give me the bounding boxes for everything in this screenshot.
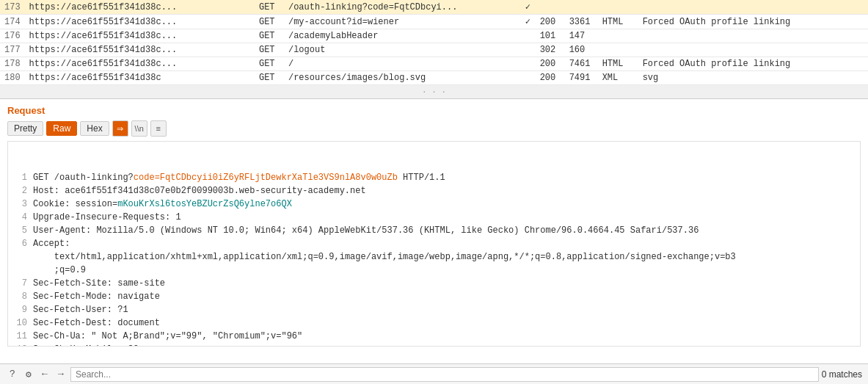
row-comment: svg: [638, 71, 868, 85]
row-id: 177: [0, 43, 25, 57]
line-content: Sec-Ch-Ua-Mobile: ?0: [33, 343, 856, 347]
line-part: User-Agent: Mozilla/5.0 (Windows NT 10.0…: [33, 225, 699, 236]
row-status: 302: [536, 43, 565, 57]
row-method: GET: [255, 15, 284, 29]
http-history-table: 173 https://ace61f551f341d38c... GET /oa…: [0, 0, 868, 99]
line-content: ;q=0.9: [33, 264, 856, 277]
line-part: Sec-Ch-Ua-Mobile: ?0: [33, 344, 139, 347]
row-check: ✓: [521, 15, 536, 29]
line-part: text/html,application/xhtml+xml,applicat…: [33, 252, 736, 262]
tab-raw[interactable]: Raw: [46, 121, 77, 136]
table-row[interactable]: 174 https://ace61f551f341d38c... GET /my…: [0, 15, 868, 29]
forward-tool-icon[interactable]: ⇒: [112, 120, 128, 137]
table-row[interactable]: 178 https://ace61f551f341d38c... GET / 2…: [0, 57, 868, 71]
row-id: 178: [0, 57, 25, 71]
request-line: 9Sec-Fetch-User: ?1: [12, 303, 856, 316]
line-number: [12, 264, 27, 277]
row-method: GET: [255, 43, 284, 57]
request-line: 6Accept:: [12, 237, 856, 250]
row-method: GET: [255, 71, 284, 85]
row-type: HTML: [598, 57, 638, 71]
row-type: XML: [598, 71, 638, 85]
line-number: 11: [12, 330, 27, 343]
request-line: 12Sec-Ch-Ua-Mobile: ?0: [12, 343, 856, 347]
row-method: GET: [255, 57, 284, 71]
row-comment: Forced OAuth profile linking: [638, 15, 868, 29]
row-method: GET: [255, 0, 284, 15]
line-content: Sec-Fetch-Mode: navigate: [33, 290, 856, 303]
table-row[interactable]: 176 https://ace61f551f341d38c... GET /ac…: [0, 29, 868, 43]
row-id: 174: [0, 15, 25, 29]
row-status: [536, 0, 565, 15]
line-content: Sec-Ch-Ua: " Not A;Brand";v="99", "Chrom…: [33, 330, 856, 343]
row-path: /resources/images/blog.svg: [284, 71, 521, 85]
row-method: GET: [255, 29, 284, 43]
request-table: 173 https://ace61f551f341d38c... GET /oa…: [0, 0, 868, 85]
table-row[interactable]: 177 https://ace61f551f341d38c... GET /lo…: [0, 43, 868, 57]
line-part: Upgrade-Insecure-Requests: 1: [33, 212, 181, 222]
request-toolbar: Pretty Raw Hex ⇒ \\n ≡: [7, 120, 861, 137]
row-check: [521, 71, 536, 85]
line-content: Upgrade-Insecure-Requests: 1: [33, 211, 856, 224]
row-url: https://ace61f551f341d38c...: [25, 0, 255, 15]
row-status: 200: [536, 71, 565, 85]
request-line: 3Cookie: session=mKouKrXsl6tosYeBZUcrZsQ…: [12, 198, 856, 211]
row-check: [521, 57, 536, 71]
row-status: 200: [536, 57, 565, 71]
line-part: Cookie: session=: [33, 199, 117, 209]
table-row[interactable]: 173 https://ace61f551f341d38c... GET /oa…: [0, 0, 868, 15]
line-number: 12: [12, 343, 27, 347]
line-part: ;q=0.9: [33, 265, 86, 275]
row-id: 176: [0, 29, 25, 43]
line-content: text/html,application/xhtml+xml,applicat…: [33, 250, 856, 264]
row-size: [565, 0, 598, 15]
line-number: 1: [12, 171, 27, 184]
row-path: /my-account?id=wiener: [284, 15, 521, 29]
line-number: 7: [12, 277, 27, 290]
menu-tool-icon[interactable]: ≡: [150, 120, 167, 137]
row-id: 173: [0, 0, 25, 15]
line-number: 5: [12, 224, 27, 237]
line-content: Cookie: session=mKouKrXsl6tosYeBZUcrZsQ6…: [33, 198, 856, 211]
line-content: Sec-Fetch-User: ?1: [33, 303, 856, 316]
ln-tool-icon[interactable]: \\n: [131, 120, 147, 137]
row-path: /oauth-linking?code=FqtCDbcyi...: [284, 0, 521, 15]
row-url: https://ace61f551f341d38c: [25, 71, 255, 85]
row-comment: [638, 0, 868, 15]
request-line: 8Sec-Fetch-Mode: navigate: [12, 290, 856, 303]
line-number: 3: [12, 198, 27, 211]
request-content: 1GET /oauth-linking?code=FqtCDbcyii0iZ6y…: [7, 141, 861, 347]
request-section: Request Pretty Raw Hex ⇒ \\n ≡ 1GET /oau…: [0, 99, 868, 347]
divider[interactable]: · · ·: [0, 85, 868, 98]
line-number: 10: [12, 316, 27, 330]
request-line: ;q=0.9: [12, 264, 856, 277]
request-line: 4Upgrade-Insecure-Requests: 1: [12, 211, 856, 224]
line-content: Sec-Fetch-Site: same-site: [33, 277, 856, 290]
line-number: 8: [12, 290, 27, 303]
line-number: 9: [12, 303, 27, 316]
line-number: 4: [12, 211, 27, 224]
row-check: ✓: [521, 0, 536, 15]
line-part: HTTP/1.1: [398, 173, 445, 183]
line-part: Accept:: [33, 239, 70, 249]
line-part: Sec-Fetch-User: ?1: [33, 305, 128, 315]
tab-hex[interactable]: Hex: [80, 121, 109, 136]
request-line: text/html,application/xhtml+xml,applicat…: [12, 250, 856, 264]
row-id: 180: [0, 71, 25, 85]
tab-pretty[interactable]: Pretty: [7, 121, 43, 136]
request-line: 10Sec-Fetch-Dest: document: [12, 316, 856, 330]
request-title: Request: [7, 105, 861, 116]
line-part: Sec-Fetch-Site: same-site: [33, 278, 165, 289]
line-content: Sec-Fetch-Dest: document: [33, 316, 856, 330]
table-row[interactable]: 180 https://ace61f551f341d38c GET /resou…: [0, 71, 868, 85]
line-content: User-Agent: Mozilla/5.0 (Windows NT 10.0…: [33, 224, 856, 237]
row-type: [598, 29, 638, 43]
row-check: [521, 43, 536, 57]
request-line: 5User-Agent: Mozilla/5.0 (Windows NT 10.…: [12, 224, 856, 237]
row-type: [598, 0, 638, 15]
request-line: 2Host: ace61f551f341d38c07e0b2f0099003b.…: [12, 184, 856, 198]
request-line: 1GET /oauth-linking?code=FqtCDbcyii0iZ6y…: [12, 171, 856, 184]
row-size: 7491: [565, 71, 598, 85]
row-comment: [638, 43, 868, 57]
line-part: Sec-Fetch-Mode: navigate: [33, 291, 160, 302]
